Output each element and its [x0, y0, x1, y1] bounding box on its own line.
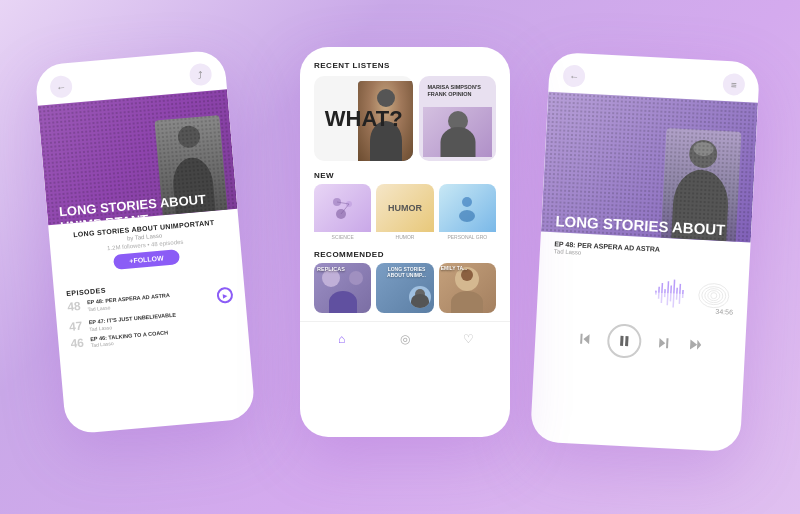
recommended-section: RECOMMENDED REPLICAS — [300, 250, 510, 321]
what-card-inner: WHAT? — [314, 76, 413, 161]
backward-icon — [577, 331, 594, 348]
svg-line-13 — [674, 280, 675, 294]
what-title: WHAT? — [325, 106, 403, 132]
marisa-person-img — [423, 107, 492, 157]
humor-card[interactable]: HUMOR HUMOR — [376, 184, 433, 242]
new-section: NEW SCIENCE HUMOR — [300, 171, 510, 250]
svg-line-19 — [661, 293, 662, 303]
svg-rect-34 — [625, 336, 629, 346]
svg-line-15 — [680, 284, 681, 294]
science-img — [314, 184, 371, 232]
svg-rect-33 — [620, 336, 624, 346]
left-hero-cover: LONG STORIES ABOUT UNIMP RTANT — [38, 89, 238, 225]
svg-line-9 — [662, 283, 663, 293]
pause-button[interactable] — [606, 323, 642, 359]
personal-icon — [453, 194, 481, 222]
science-card[interactable]: SCIENCE — [314, 184, 371, 242]
forward-button[interactable] — [653, 333, 674, 354]
phone-left: ← ⤴ LONG STORIES ABOUT UNIMP RTANT LONG … — [34, 49, 256, 434]
right-hero-cover: LONG STORIES ABOUT UNIMP RTANT — [541, 92, 758, 243]
recent-listens-label: RECENT LISTENS — [314, 61, 390, 70]
right-back-button[interactable]: ← — [563, 64, 586, 87]
replicas-img: REPLICAS — [314, 263, 371, 313]
rec-grid: REPLICAS LONG STORIES ABOUT UNIMP... — [314, 263, 496, 313]
replicas-card[interactable]: REPLICAS — [314, 263, 371, 313]
follow-button[interactable]: +FOLLOW — [113, 249, 180, 270]
ep-number: 48 — [67, 300, 82, 313]
backward-button[interactable] — [575, 328, 596, 349]
bottom-nav: ⌂ ◎ ♡ — [300, 321, 510, 356]
ep-number: 47 — [69, 320, 84, 333]
marisa-title: MARISA SIMPSON'S FRANK OPINION — [423, 80, 492, 102]
humor-img: HUMOR — [376, 184, 433, 232]
nav-search[interactable]: ◎ — [396, 330, 414, 348]
skip-icon — [687, 336, 704, 353]
forward-icon — [655, 335, 672, 352]
time-display: 34:56 — [715, 308, 733, 316]
svg-point-5 — [462, 197, 472, 207]
skip-button[interactable] — [685, 334, 706, 355]
personal-label: PERSONAL GRO — [439, 232, 496, 242]
science-label: SCIENCE — [314, 232, 371, 242]
emily-img: EMILY TA... — [439, 263, 496, 313]
personal-img — [439, 184, 496, 232]
svg-line-25 — [679, 294, 680, 304]
marisa-card-inner: MARISA SIMPSON'S FRANK OPINION — [419, 76, 496, 161]
phone-right: ← ≡ LONG STORIES ABOUT UNIMP RTANT EP 48… — [530, 52, 760, 452]
pause-icon — [617, 334, 632, 349]
svg-rect-6 — [459, 210, 475, 222]
emily-card[interactable]: EMILY TA... — [439, 263, 496, 313]
play-icon: ▶ — [222, 292, 228, 299]
new-grid: SCIENCE HUMOR HUMOR PERSONAL GRO — [314, 184, 496, 242]
svg-point-31 — [711, 293, 717, 299]
right-menu-button[interactable]: ≡ — [722, 73, 745, 96]
long-stories-img: LONG STORIES ABOUT UNIMP... — [376, 263, 433, 313]
nav-profile[interactable]: ♡ — [459, 330, 477, 348]
ep-play-button[interactable]: ▶ — [216, 287, 233, 304]
episodes-section: EPISODES 48 EP 48: PER ASPERA AD ASTRA T… — [54, 271, 250, 359]
recent-listens-grid: WHAT? MARISA SIMPSON'S FRANK OPINION — [300, 76, 510, 171]
svg-line-11 — [668, 281, 669, 293]
center-header: RECENT LISTENS — [300, 47, 510, 76]
svg-point-30 — [708, 290, 721, 301]
player-controls — [534, 311, 747, 376]
science-icon — [325, 190, 361, 226]
nav-home[interactable]: ⌂ — [333, 330, 351, 348]
what-card[interactable]: WHAT? — [314, 76, 413, 161]
recommended-label: RECOMMENDED — [314, 250, 496, 259]
svg-line-21 — [667, 293, 668, 305]
share-button[interactable]: ⤴ — [189, 63, 213, 87]
back-button[interactable]: ← — [49, 75, 73, 99]
marisa-card[interactable]: MARISA SIMPSON'S FRANK OPINION — [419, 76, 496, 161]
long-stories-rec-card[interactable]: LONG STORIES ABOUT UNIMP... — [376, 263, 433, 313]
personal-card[interactable]: PERSONAL GRO — [439, 184, 496, 242]
ep-number: 46 — [70, 336, 85, 349]
humor-label: HUMOR — [376, 232, 433, 242]
new-label: NEW — [314, 171, 496, 180]
svg-rect-32 — [580, 334, 583, 344]
phone-center: RECENT LISTENS WHAT? — [300, 47, 510, 437]
svg-line-23 — [673, 294, 674, 308]
phones-container: ← ⤴ LONG STORIES ABOUT UNIMP RTANT LONG … — [20, 17, 780, 497]
svg-rect-35 — [666, 338, 669, 348]
